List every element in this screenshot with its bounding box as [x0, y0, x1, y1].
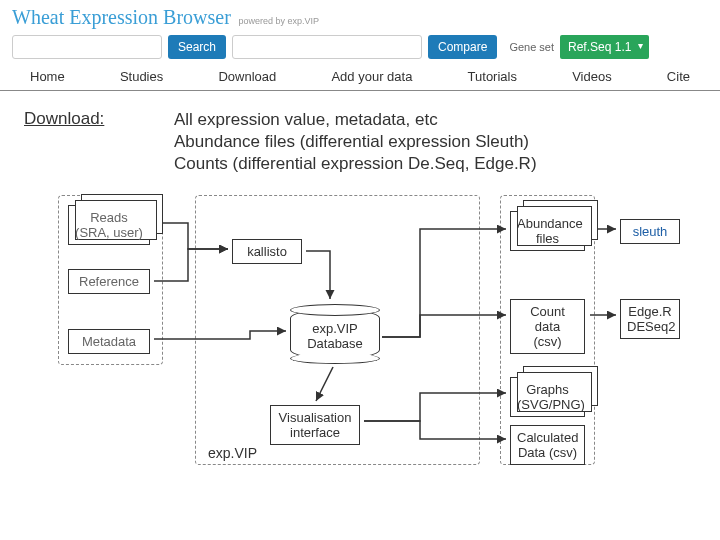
nav-cite[interactable]: Cite — [667, 69, 690, 84]
pipeline-diagram: Reads (SRA, user) Reference Metadata kal… — [20, 189, 700, 479]
nav-videos[interactable]: Videos — [572, 69, 612, 84]
download-line2: Abundance files (differential expression… — [174, 131, 537, 153]
search-input[interactable] — [12, 35, 162, 59]
download-line3: Counts (differential expression De.Seq, … — [174, 153, 537, 175]
box-abundance: Abundance files — [510, 211, 585, 251]
compare-button[interactable]: Compare — [428, 35, 497, 59]
brand-subtitle: powered by exp.VIP — [238, 16, 319, 26]
box-kallisto: kallisto — [232, 239, 302, 264]
download-label: Download: — [24, 109, 144, 175]
nav-tutorials[interactable]: Tutorials — [468, 69, 517, 84]
box-edger: Edge.R DESeq2 — [620, 299, 680, 339]
gene-set-label: Gene set — [509, 41, 554, 53]
nav-addyour[interactable]: Add your data — [331, 69, 412, 84]
nav-home[interactable]: Home — [30, 69, 65, 84]
compare-input[interactable] — [232, 35, 422, 59]
expvip-label: exp.VIP — [208, 445, 257, 461]
download-line1: All expression value, metadata, etc — [174, 109, 537, 131]
nav-studies[interactable]: Studies — [120, 69, 163, 84]
box-reads: Reads (SRA, user) — [68, 205, 150, 245]
box-database: exp.VIP Database — [290, 309, 380, 359]
box-graphs: Graphs (SVG/PNG) — [510, 377, 585, 417]
box-metadata: Metadata — [68, 329, 150, 354]
box-visualisation: Visualisation interface — [270, 405, 360, 445]
search-button[interactable]: Search — [168, 35, 226, 59]
nav-download[interactable]: Download — [218, 69, 276, 84]
refseq-dropdown[interactable]: Ref.Seq 1.1 — [560, 35, 649, 59]
brand-title: Wheat Expression Browser — [12, 6, 231, 28]
box-reference: Reference — [68, 269, 150, 294]
box-sleuth: sleuth — [620, 219, 680, 244]
box-calculated: Calculated Data (csv) — [510, 425, 585, 465]
box-countdata: Count data (csv) — [510, 299, 585, 354]
